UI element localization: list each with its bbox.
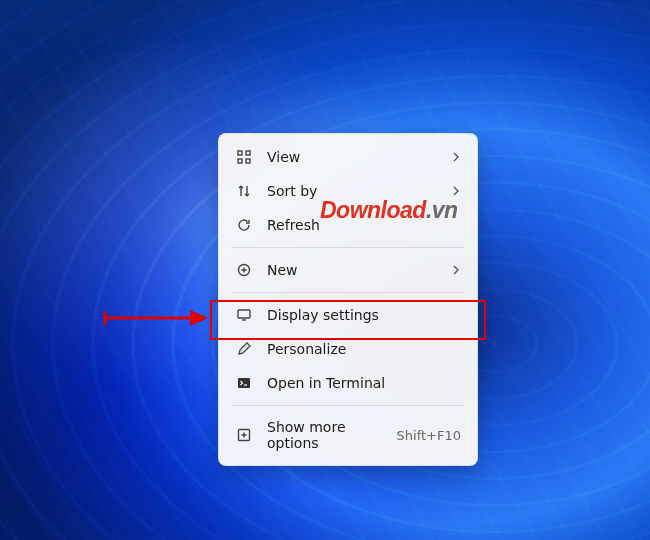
sort-icon — [235, 182, 253, 200]
menu-item-label: Personalize — [267, 341, 461, 357]
svg-rect-7 — [239, 430, 250, 441]
menu-item-label: Display settings — [267, 307, 461, 323]
svg-rect-3 — [246, 159, 250, 163]
svg-rect-2 — [238, 159, 242, 163]
svg-marker-9 — [190, 310, 208, 326]
menu-item-new[interactable]: New — [223, 253, 473, 287]
menu-item-label: View — [267, 149, 437, 165]
menu-item-label: Refresh — [267, 217, 461, 233]
view-grid-icon — [235, 148, 253, 166]
annotation-highlight-box — [210, 300, 486, 340]
display-monitor-icon — [235, 306, 253, 324]
desktop-wallpaper[interactable]: View Sort by Refresh — [0, 0, 650, 540]
svg-rect-6 — [238, 378, 250, 388]
svg-rect-1 — [246, 151, 250, 155]
watermark-logo: Download.vn — [320, 197, 458, 224]
menu-item-label: Show more options — [267, 419, 383, 451]
chevron-right-icon — [451, 262, 461, 278]
chevron-right-icon — [451, 149, 461, 165]
menu-item-shortcut: Shift+F10 — [397, 428, 461, 443]
svg-rect-0 — [238, 151, 242, 155]
menu-item-view[interactable]: View — [223, 140, 473, 174]
chevron-right-icon — [451, 183, 461, 199]
menu-item-open-terminal[interactable]: Open in Terminal — [223, 366, 473, 400]
menu-item-label: New — [267, 262, 437, 278]
menu-item-label: Open in Terminal — [267, 375, 461, 391]
menu-separator — [231, 292, 465, 293]
new-plus-icon — [235, 261, 253, 279]
svg-rect-5 — [238, 310, 250, 318]
menu-item-show-more-options[interactable]: Show more options Shift+F10 — [223, 411, 473, 459]
refresh-icon — [235, 216, 253, 234]
menu-item-personalize[interactable]: Personalize — [223, 332, 473, 366]
watermark-suffix: .vn — [426, 197, 458, 223]
svg-point-4 — [239, 265, 250, 276]
desktop-context-menu: View Sort by Refresh — [218, 133, 478, 466]
show-more-options-icon — [235, 426, 253, 444]
menu-separator — [231, 405, 465, 406]
menu-separator — [231, 247, 465, 248]
watermark-main: Download — [320, 197, 426, 223]
personalize-paint-icon — [235, 340, 253, 358]
menu-item-refresh[interactable]: Refresh — [223, 208, 473, 242]
terminal-icon — [235, 374, 253, 392]
menu-item-sort-by[interactable]: Sort by — [223, 174, 473, 208]
annotation-arrow — [100, 298, 210, 338]
menu-item-display-settings[interactable]: Display settings — [223, 298, 473, 332]
menu-item-label: Sort by — [267, 183, 437, 199]
